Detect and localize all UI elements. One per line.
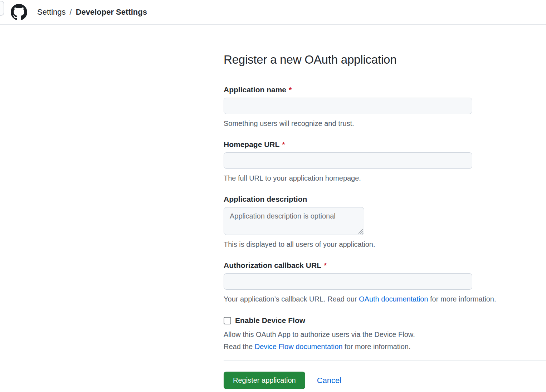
- application-name-group: Application name* Something users will r…: [224, 85, 546, 128]
- device-flow-help-suffix: for more information.: [342, 343, 410, 351]
- application-description-label: Application description: [224, 195, 546, 204]
- homepage-url-label: Homepage URL*: [224, 140, 546, 149]
- authorization-callback-url-label-text: Authorization callback URL: [224, 261, 321, 269]
- device-flow-help-1: Allow this OAuth App to authorize users …: [224, 330, 546, 339]
- homepage-url-help: The full URL to your application homepag…: [224, 173, 546, 183]
- device-flow-documentation-link[interactable]: Device Flow documentation: [255, 343, 343, 351]
- page-header: Settings / Developer Settings: [0, 0, 546, 25]
- actions-divider: [224, 361, 546, 361]
- breadcrumb-settings-link[interactable]: Settings: [37, 8, 66, 17]
- required-asterisk: *: [289, 85, 292, 94]
- main-content: Register a new OAuth application Applica…: [224, 25, 546, 392]
- application-name-label-text: Application name: [224, 85, 286, 94]
- required-asterisk: *: [324, 261, 327, 269]
- resize-handle-icon[interactable]: [358, 229, 363, 234]
- oauth-documentation-link[interactable]: OAuth documentation: [359, 295, 428, 303]
- application-description-textarea[interactable]: [224, 207, 364, 235]
- cancel-link[interactable]: Cancel: [317, 376, 341, 385]
- breadcrumb-separator: /: [70, 8, 72, 17]
- authorization-callback-url-label: Authorization callback URL*: [224, 261, 546, 270]
- device-flow-help-2: Read the Device Flow documentation for m…: [224, 342, 546, 351]
- application-name-help: Something users will recognize and trust…: [224, 119, 546, 128]
- homepage-url-input[interactable]: [224, 152, 472, 169]
- breadcrumb: Settings / Developer Settings: [37, 8, 147, 17]
- device-flow-label[interactable]: Enable Device Flow: [235, 316, 305, 325]
- authorization-callback-url-input[interactable]: [224, 273, 472, 290]
- page-title: Register a new OAuth application: [224, 53, 546, 73]
- device-flow-group: Enable Device Flow Allow this OAuth App …: [224, 316, 546, 351]
- callback-help-prefix: Your application’s callback URL. Read ou…: [224, 295, 359, 303]
- device-flow-help-prefix: Read the: [224, 343, 255, 351]
- homepage-url-label-text: Homepage URL: [224, 140, 279, 148]
- homepage-url-group: Homepage URL* The full URL to your appli…: [224, 140, 546, 183]
- application-name-label: Application name*: [224, 85, 546, 94]
- edge-artifact: [0, 1, 4, 16]
- device-flow-checkbox[interactable]: [224, 317, 231, 324]
- application-name-input[interactable]: [224, 98, 472, 114]
- register-application-button[interactable]: Register application: [224, 372, 305, 389]
- form-actions: Register application Cancel: [224, 372, 546, 389]
- required-asterisk: *: [282, 140, 285, 148]
- authorization-callback-url-help: Your application’s callback URL. Read ou…: [224, 294, 546, 304]
- callback-help-suffix: for more information.: [428, 295, 496, 303]
- breadcrumb-developer-settings-link[interactable]: Developer Settings: [76, 8, 147, 17]
- application-description-group: Application description This is displaye…: [224, 195, 546, 249]
- github-logo-icon[interactable]: [11, 4, 27, 20]
- authorization-callback-url-group: Authorization callback URL* Your applica…: [224, 261, 546, 304]
- application-description-help: This is displayed to all users of your a…: [224, 240, 546, 249]
